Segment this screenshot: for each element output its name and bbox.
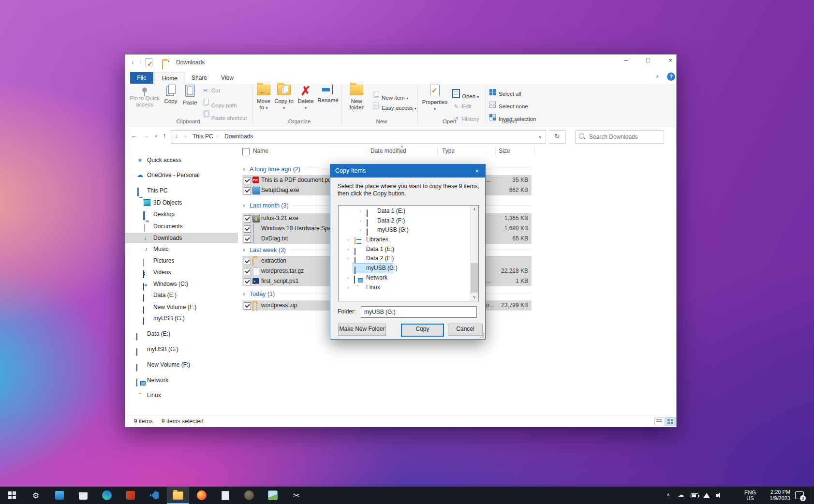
tree-item-data1-e-child[interactable]: ›Data 1 (E:)	[339, 207, 478, 216]
start-button[interactable]	[1, 487, 23, 504]
sidebar-item-linux[interactable]: Linux	[125, 390, 238, 400]
paste-shortcut-button[interactable]: Paste shortcut	[202, 108, 247, 118]
sidebar-item-new-volume-f[interactable]: New Volume (F:)	[125, 302, 238, 312]
taskbar-settings[interactable]: ⚙	[25, 487, 47, 504]
copy-to-button[interactable]: Copy to ▾	[274, 85, 294, 111]
sidebar-item-network[interactable]: Network	[125, 375, 238, 385]
move-to-button[interactable]: ← Move to ▾	[254, 85, 273, 111]
close-button[interactable]: ×	[660, 55, 681, 67]
qat-customize-chevron-icon[interactable]: ∨	[167, 58, 170, 63]
sidebar-item-data-e-root[interactable]: Data (E:)	[125, 328, 238, 339]
select-all-checkbox[interactable]	[242, 148, 250, 155]
group-collapse-icon[interactable]: ∨	[242, 248, 250, 252]
breadcrumb-downloads[interactable]: Downloads	[224, 131, 253, 142]
sidebar-item-onedrive[interactable]: ☁OneDrive - Personal	[125, 170, 238, 180]
taskbar-gallery[interactable]	[262, 487, 284, 504]
taskbar-edge[interactable]	[96, 487, 118, 504]
sidebar-item-windows-c[interactable]: Windows (C:)	[125, 279, 238, 289]
tab-file[interactable]: File	[130, 72, 153, 84]
tree-item-network[interactable]: ›Network	[339, 273, 478, 282]
tree-item-myusb-g-selected[interactable]: myUSB (G:)	[339, 264, 478, 273]
row-checkbox[interactable]	[244, 177, 251, 184]
delete-button[interactable]: ✗ Delete▾	[296, 85, 316, 111]
sidebar-item-music[interactable]: ♪Music	[125, 244, 238, 254]
tab-share[interactable]: Share	[185, 72, 213, 84]
row-checkbox[interactable]	[244, 302, 251, 310]
ribbon-collapse-icon[interactable]: ∧	[656, 74, 659, 79]
make-new-folder-button[interactable]: Make New Folder	[338, 324, 386, 336]
search-input[interactable]	[588, 131, 663, 143]
up-button[interactable]: ↑	[163, 132, 166, 139]
search-box[interactable]	[575, 130, 664, 144]
properties-qat-icon[interactable]	[146, 58, 152, 66]
tab-view[interactable]: View	[214, 72, 240, 84]
pin-to-quick-access-button[interactable]: Pin to Quick access	[129, 85, 161, 108]
large-icons-view-button[interactable]	[666, 417, 676, 426]
expander-icon[interactable]: ›	[347, 273, 349, 282]
column-header-name[interactable]: Name	[253, 148, 268, 154]
copy-confirm-button[interactable]: Copy	[401, 324, 444, 337]
select-none-button[interactable]: Select none	[489, 102, 528, 111]
select-all-button[interactable]: Select all	[489, 89, 521, 99]
row-checkbox[interactable]	[244, 268, 251, 275]
sidebar-item-quick-access[interactable]: ★Quick access	[125, 155, 238, 165]
taskbar-photos-app[interactable]	[48, 487, 71, 504]
expander-icon[interactable]: ›	[347, 235, 349, 244]
language-indicator[interactable]: ENG US	[740, 489, 760, 501]
paste-button[interactable]: Paste	[181, 85, 199, 106]
sidebar-item-new-volume-f-root[interactable]: New Volume (F:)	[125, 359, 238, 370]
sidebar-item-documents[interactable]: Documents	[125, 221, 238, 232]
sidebar-item-pictures[interactable]: Pictures	[125, 255, 238, 266]
expander-icon[interactable]: ›	[359, 225, 361, 235]
column-header-size[interactable]: Size	[499, 148, 510, 154]
tree-item-libraries[interactable]: ›Libraries	[339, 235, 478, 244]
group-collapse-icon[interactable]: ∨	[242, 167, 250, 172]
taskbar-file-explorer-active[interactable]	[167, 487, 189, 504]
back-button[interactable]: ←	[131, 132, 138, 139]
row-checkbox[interactable]	[244, 258, 251, 265]
expander-icon[interactable]: ›	[359, 207, 361, 216]
taskbar-gimp[interactable]	[238, 487, 260, 504]
tree-item-data2-f[interactable]: ›Data 2 (F:)	[339, 254, 478, 263]
taskbar-notepad[interactable]	[214, 487, 237, 504]
hidden-icons-chevron[interactable]: ∧	[666, 492, 670, 497]
maximize-button[interactable]: □	[638, 55, 658, 67]
rename-button[interactable]: Rename	[317, 85, 339, 104]
taskbar-snipping-tool[interactable]: ✂	[285, 487, 308, 504]
taskbar-clock[interactable]: 2:20 PM 1/9/2023	[762, 489, 790, 502]
easy-access-button[interactable]: Easy access ▾	[372, 102, 416, 111]
address-dropdown-icon[interactable]: ∨	[538, 134, 542, 139]
sidebar-item-myusb-g[interactable]: myUSB (G:)	[125, 313, 238, 324]
taskbar-powerpoint[interactable]	[119, 487, 142, 504]
sidebar-item-videos[interactable]: Videos	[125, 267, 238, 278]
onedrive-tray-icon[interactable]: ☁	[678, 491, 684, 498]
group-collapse-icon[interactable]: ∨	[242, 203, 250, 208]
scroll-up-icon[interactable]: ∧	[471, 206, 478, 213]
tree-item-linux[interactable]: ›Linux	[339, 283, 478, 292]
sidebar-item-downloads[interactable]: ↓Downloads	[125, 233, 238, 243]
sidebar-item-myusb-g-root[interactable]: myUSB (G:)	[125, 344, 238, 355]
scroll-down-icon[interactable]: ∨	[471, 294, 478, 301]
expander-icon[interactable]: ›	[347, 254, 349, 263]
row-checkbox[interactable]	[244, 187, 251, 194]
copy-button[interactable]: Copy	[162, 85, 180, 104]
row-checkbox[interactable]	[244, 278, 251, 285]
row-checkbox[interactable]	[244, 215, 251, 222]
tab-home[interactable]: Home	[154, 72, 185, 84]
new-folder-button[interactable]: New folder	[345, 85, 368, 111]
sidebar-item-this-pc[interactable]: This PC	[125, 185, 238, 196]
volume-icon[interactable]	[716, 494, 718, 497]
tree-scrollbar[interactable]: ∧ ∨	[470, 206, 478, 301]
minimize-button[interactable]: –	[616, 55, 636, 67]
network-tray-icon[interactable]	[703, 493, 710, 498]
expander-icon[interactable]: ›	[347, 283, 349, 292]
edit-button[interactable]: ✎Edit	[452, 102, 472, 111]
folder-input[interactable]	[361, 306, 477, 318]
help-icon[interactable]: ?	[667, 73, 675, 81]
open-button[interactable]: Open ▾	[452, 89, 479, 99]
sidebar-item-data-e[interactable]: Data (E:)	[125, 290, 238, 300]
refresh-button[interactable]: ↻	[549, 130, 566, 144]
group-collapse-icon[interactable]: ∨	[242, 292, 250, 296]
expander-icon[interactable]: ›	[359, 216, 361, 225]
column-header-type[interactable]: Type	[442, 148, 455, 154]
